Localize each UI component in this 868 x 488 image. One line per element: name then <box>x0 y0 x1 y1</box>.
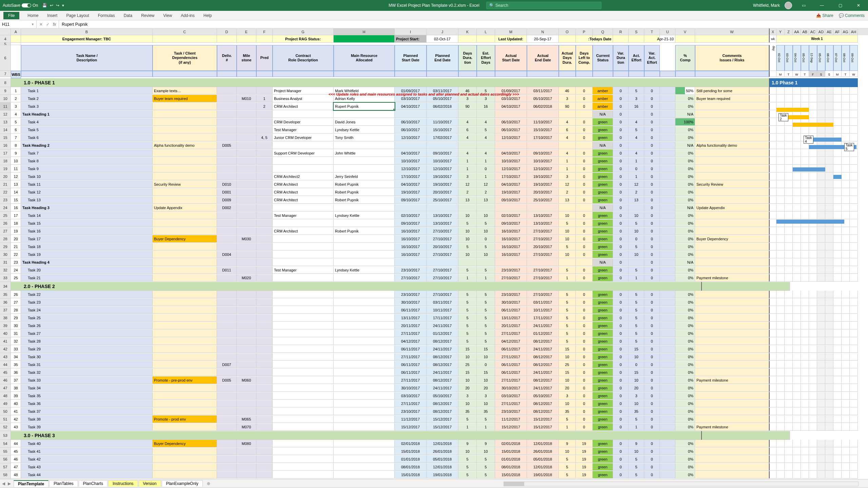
cell[interactable] <box>850 149 858 157</box>
cell[interactable]: 13 <box>11 181 21 188</box>
cell[interactable] <box>660 142 675 149</box>
cell[interactable] <box>695 149 769 157</box>
cell[interactable]: 02/01/2018 <box>395 440 427 447</box>
cell[interactable]: green <box>593 266 613 274</box>
cell[interactable]: 0 <box>613 243 629 250</box>
cell[interactable] <box>850 103 858 110</box>
cell[interactable]: 0 <box>644 377 660 384</box>
cell[interactable] <box>833 274 842 282</box>
cell[interactable] <box>801 173 809 180</box>
cell[interactable]: 16/10/2017 <box>395 227 427 235</box>
cell[interactable] <box>273 157 334 165</box>
cell[interactable] <box>833 471 842 479</box>
cell[interactable] <box>842 408 850 415</box>
cell[interactable] <box>825 103 833 110</box>
cell[interactable] <box>793 338 801 345</box>
cell[interactable]: 0 <box>644 400 660 407</box>
cell[interactable]: ActualEnd Date <box>527 45 559 71</box>
cell[interactable] <box>785 157 793 165</box>
tab-home[interactable]: Home <box>27 12 39 19</box>
cell[interactable] <box>769 110 776 118</box>
cell[interactable]: green <box>593 440 613 447</box>
cell[interactable] <box>769 345 776 353</box>
cell[interactable]: N/A <box>593 259 613 266</box>
cell[interactable] <box>660 448 675 455</box>
cell[interactable] <box>809 157 817 165</box>
col-AB[interactable]: AB <box>801 28 809 35</box>
cell[interactable]: 4, 5 <box>256 134 273 141</box>
cell[interactable]: Robert Pupnik <box>334 196 395 204</box>
cell[interactable] <box>273 243 334 250</box>
cell[interactable] <box>769 369 776 376</box>
cell[interactable]: 16 <box>11 204 21 211</box>
col-W[interactable]: W <box>695 28 769 35</box>
cell[interactable]: 13/10/2017 <box>427 212 458 219</box>
cell[interactable]: 4 <box>629 149 644 157</box>
select-all-cell[interactable] <box>0 28 11 35</box>
cell[interactable] <box>427 204 458 211</box>
cell[interactable] <box>793 463 801 471</box>
cell[interactable]: Milestone <box>237 45 256 71</box>
cell[interactable]: 0 <box>644 338 660 345</box>
cell[interactable]: Buyer team required <box>153 95 217 102</box>
cell[interactable]: 04/12/2017 <box>495 338 527 345</box>
cell[interactable]: 24/11/2017 <box>427 369 458 376</box>
cell[interactable] <box>660 345 675 353</box>
cell[interactable]: 24/11/2017 <box>527 384 559 392</box>
cell[interactable] <box>801 322 809 329</box>
row-9[interactable]: 9 <box>0 87 11 95</box>
cell[interactable] <box>785 149 793 157</box>
cell[interactable] <box>495 204 527 211</box>
cell[interactable] <box>793 204 801 211</box>
cell[interactable] <box>776 220 785 227</box>
cell[interactable] <box>842 204 850 211</box>
cell[interactable]: S <box>825 71 833 77</box>
cell[interactable]: 0 <box>613 330 629 337</box>
cell[interactable]: 0% <box>675 165 695 172</box>
cell[interactable]: 32 <box>11 338 21 345</box>
cell[interactable]: Task Name /Description <box>21 45 153 71</box>
cell[interactable] <box>801 408 809 415</box>
tab-review[interactable]: Review <box>140 12 155 19</box>
cell[interactable]: 13 <box>477 196 495 204</box>
cell[interactable] <box>817 235 825 243</box>
cell[interactable] <box>785 440 793 447</box>
cell[interactable] <box>785 243 793 250</box>
cell[interactable] <box>527 71 559 77</box>
cell[interactable]: 5 <box>477 266 495 274</box>
close-icon[interactable]: ✕ <box>852 3 865 8</box>
cell[interactable]: Task 13 <box>21 196 153 204</box>
cell[interactable] <box>801 440 809 447</box>
cell[interactable] <box>395 259 427 266</box>
cell[interactable]: 25 <box>559 361 576 368</box>
cell[interactable]: 5 <box>458 455 477 463</box>
cell[interactable] <box>833 353 842 361</box>
cell[interactable] <box>217 423 237 431</box>
cell[interactable] <box>850 330 858 337</box>
cell[interactable] <box>825 361 833 368</box>
cell[interactable] <box>809 196 817 204</box>
cell[interactable] <box>842 149 850 157</box>
cell[interactable] <box>793 243 801 250</box>
row-21[interactable]: 21 <box>0 181 11 188</box>
cell[interactable]: 2 <box>11 95 21 102</box>
cell[interactable] <box>850 463 858 471</box>
cell[interactable] <box>660 384 675 392</box>
cell[interactable]: amber <box>593 103 613 110</box>
cell[interactable] <box>334 299 395 306</box>
cell[interactable] <box>842 384 850 392</box>
cell[interactable] <box>153 220 217 227</box>
cell[interactable] <box>776 471 785 479</box>
cell[interactable] <box>217 118 237 126</box>
cell[interactable]: 15/12/2017 <box>395 423 427 431</box>
cell[interactable] <box>793 415 801 423</box>
cell[interactable] <box>256 227 273 235</box>
cell[interactable] <box>458 71 477 77</box>
cell[interactable] <box>801 274 809 282</box>
cell[interactable]: 0 <box>576 314 593 322</box>
cell[interactable]: 5 <box>629 243 644 250</box>
cell[interactable] <box>825 196 833 204</box>
cell[interactable]: 0 <box>576 400 593 407</box>
cell[interactable]: CRM Developer <box>273 118 334 126</box>
cell[interactable]: CRM Architect <box>273 196 334 204</box>
